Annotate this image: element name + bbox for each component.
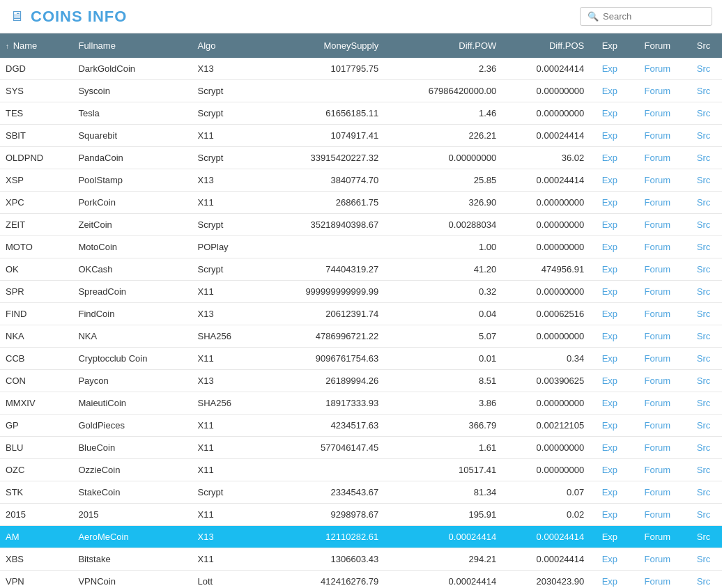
col-exp[interactable]: Exp bbox=[590, 58, 629, 80]
col-exp[interactable]: Exp bbox=[590, 370, 629, 392]
exp-link[interactable]: Exp bbox=[602, 130, 617, 141]
col-header-src[interactable]: Src bbox=[685, 33, 722, 58]
col-exp[interactable]: Exp bbox=[590, 258, 629, 281]
col-src[interactable]: Src bbox=[685, 192, 722, 214]
src-link[interactable]: Src bbox=[697, 309, 711, 319]
search-input[interactable] bbox=[603, 11, 700, 22]
src-link[interactable]: Src bbox=[697, 108, 711, 118]
table-row[interactable]: MOTOMotoCoinPOPlay1.000.00000000ExpForum… bbox=[0, 236, 722, 258]
exp-link[interactable]: Exp bbox=[602, 442, 617, 453]
col-exp[interactable]: Exp bbox=[590, 526, 629, 548]
exp-link[interactable]: Exp bbox=[602, 420, 617, 431]
table-row[interactable]: AMAeroMeCoinX1312110282.610.000244140.00… bbox=[0, 526, 722, 548]
col-src[interactable]: Src bbox=[685, 415, 722, 437]
exp-link[interactable]: Exp bbox=[602, 286, 617, 297]
col-exp[interactable]: Exp bbox=[590, 125, 629, 147]
src-link[interactable]: Src bbox=[697, 532, 711, 542]
exp-link[interactable]: Exp bbox=[602, 264, 617, 274]
col-src[interactable]: Src bbox=[685, 303, 722, 325]
exp-link[interactable]: Exp bbox=[602, 576, 617, 587]
src-link[interactable]: Src bbox=[697, 264, 711, 274]
forum-link[interactable]: Forum bbox=[644, 309, 670, 319]
exp-link[interactable]: Exp bbox=[602, 509, 617, 520]
col-src[interactable]: Src bbox=[685, 481, 722, 504]
col-forum[interactable]: Forum bbox=[629, 102, 685, 125]
col-exp[interactable]: Exp bbox=[590, 415, 629, 437]
col-src[interactable]: Src bbox=[685, 58, 722, 80]
col-src[interactable]: Src bbox=[685, 169, 722, 192]
forum-link[interactable]: Forum bbox=[644, 398, 670, 408]
col-forum[interactable]: Forum bbox=[629, 348, 685, 370]
exp-link[interactable]: Exp bbox=[602, 153, 617, 163]
col-src[interactable]: Src bbox=[685, 102, 722, 125]
exp-link[interactable]: Exp bbox=[602, 398, 617, 408]
col-forum[interactable]: Forum bbox=[629, 392, 685, 415]
forum-link[interactable]: Forum bbox=[644, 442, 670, 453]
col-src[interactable]: Src bbox=[685, 571, 722, 589]
col-forum[interactable]: Forum bbox=[629, 325, 685, 348]
exp-link[interactable]: Exp bbox=[602, 242, 617, 252]
table-row[interactable]: OKOKCashScrypt74404319.2741.20474956.91E… bbox=[0, 258, 722, 281]
col-header-diff-pos[interactable]: Diff.POS bbox=[502, 33, 590, 58]
col-forum[interactable]: Forum bbox=[629, 571, 685, 589]
src-link[interactable]: Src bbox=[697, 197, 711, 208]
col-exp[interactable]: Exp bbox=[590, 437, 629, 459]
forum-link[interactable]: Forum bbox=[644, 487, 670, 497]
table-row[interactable]: NKANKASHA2564786996721.225.070.00000000E… bbox=[0, 325, 722, 348]
col-src[interactable]: Src bbox=[685, 348, 722, 370]
table-row[interactable]: TESTeslaScrypt61656185.111.460.00000000E… bbox=[0, 102, 722, 125]
col-exp[interactable]: Exp bbox=[590, 548, 629, 571]
col-header-fullname[interactable]: Fullname bbox=[72, 33, 192, 58]
col-forum[interactable]: Forum bbox=[629, 437, 685, 459]
col-src[interactable]: Src bbox=[685, 370, 722, 392]
col-exp[interactable]: Exp bbox=[590, 325, 629, 348]
forum-link[interactable]: Forum bbox=[644, 63, 670, 74]
table-row[interactable]: OZCOzzieCoinX1110517.410.00000000ExpForu… bbox=[0, 459, 722, 481]
col-forum[interactable]: Forum bbox=[629, 214, 685, 236]
src-link[interactable]: Src bbox=[697, 509, 711, 520]
col-src[interactable]: Src bbox=[685, 548, 722, 571]
col-src[interactable]: Src bbox=[685, 281, 722, 303]
src-link[interactable]: Src bbox=[697, 86, 711, 96]
forum-link[interactable]: Forum bbox=[644, 264, 670, 274]
col-exp[interactable]: Exp bbox=[590, 214, 629, 236]
src-link[interactable]: Src bbox=[697, 353, 711, 364]
src-link[interactable]: Src bbox=[697, 554, 711, 564]
exp-link[interactable]: Exp bbox=[602, 376, 617, 386]
table-row[interactable]: VPNVPNCoinLott412416276.790.000244142030… bbox=[0, 571, 722, 589]
col-src[interactable]: Src bbox=[685, 459, 722, 481]
table-row[interactable]: XPCPorkCoinX11268661.75326.900.00000000E… bbox=[0, 192, 722, 214]
src-link[interactable]: Src bbox=[697, 376, 711, 386]
src-link[interactable]: Src bbox=[697, 175, 711, 185]
src-link[interactable]: Src bbox=[697, 219, 711, 230]
forum-link[interactable]: Forum bbox=[644, 331, 670, 341]
forum-link[interactable]: Forum bbox=[644, 554, 670, 564]
col-src[interactable]: Src bbox=[685, 214, 722, 236]
col-src[interactable]: Src bbox=[685, 437, 722, 459]
col-exp[interactable]: Exp bbox=[590, 147, 629, 169]
table-row[interactable]: SYSSyscoinScrypt67986420000.000.00000000… bbox=[0, 80, 722, 102]
src-link[interactable]: Src bbox=[697, 242, 711, 252]
col-exp[interactable]: Exp bbox=[590, 169, 629, 192]
exp-link[interactable]: Exp bbox=[602, 465, 617, 475]
col-exp[interactable]: Exp bbox=[590, 481, 629, 504]
exp-link[interactable]: Exp bbox=[602, 108, 617, 118]
exp-link[interactable]: Exp bbox=[602, 86, 617, 96]
col-exp[interactable]: Exp bbox=[590, 80, 629, 102]
col-src[interactable]: Src bbox=[685, 258, 722, 281]
src-link[interactable]: Src bbox=[697, 130, 711, 141]
table-row[interactable]: SPRSpreadCoinX11999999999999.990.320.000… bbox=[0, 281, 722, 303]
exp-link[interactable]: Exp bbox=[602, 219, 617, 230]
col-src[interactable]: Src bbox=[685, 80, 722, 102]
forum-link[interactable]: Forum bbox=[644, 86, 670, 96]
forum-link[interactable]: Forum bbox=[644, 420, 670, 431]
col-src[interactable]: Src bbox=[685, 392, 722, 415]
col-forum[interactable]: Forum bbox=[629, 236, 685, 258]
src-link[interactable]: Src bbox=[697, 63, 711, 74]
table-row[interactable]: DGDDarkGoldCoinX131017795.752.360.000244… bbox=[0, 58, 722, 80]
table-row[interactable]: OLDPNDPandaCoinScrypt33915420227.320.000… bbox=[0, 147, 722, 169]
col-forum[interactable]: Forum bbox=[629, 58, 685, 80]
col-forum[interactable]: Forum bbox=[629, 125, 685, 147]
table-row[interactable]: CONPayconX1326189994.268.510.00390625Exp… bbox=[0, 370, 722, 392]
col-forum[interactable]: Forum bbox=[629, 415, 685, 437]
